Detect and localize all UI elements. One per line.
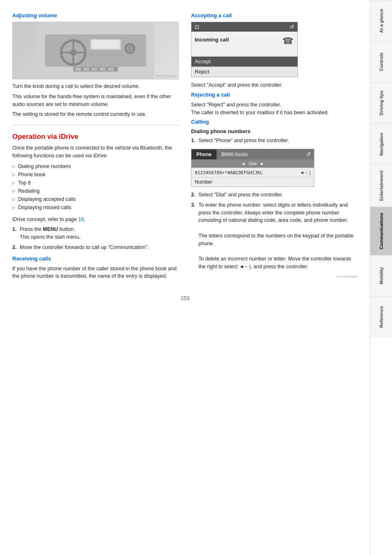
two-column-layout: Adjusting volume bbox=[12, 12, 357, 283]
screen-refresh-icon: ↺ bbox=[290, 24, 294, 30]
adjusting-para2: This volume for the hands-free system is… bbox=[12, 93, 179, 108]
svg-rect-13 bbox=[111, 54, 116, 57]
tab-bmw-assist[interactable]: BMW Assist bbox=[217, 150, 253, 159]
svg-rect-9 bbox=[92, 40, 120, 49]
step-1: 1. Press the MENU button.This opens the … bbox=[12, 226, 179, 241]
sidebar-tab-at-a-glance[interactable]: At a glance bbox=[370, 0, 392, 41]
main-content: Adjusting volume bbox=[0, 0, 370, 555]
img-caption-right: CB71E9/E9B6 bbox=[191, 275, 357, 279]
sidebar-tab-entertainment[interactable]: Entertainment bbox=[370, 164, 392, 207]
svg-rect-10 bbox=[90, 54, 95, 57]
dashboard-image: BC70W/H4A6 bbox=[12, 22, 179, 79]
bullet-item: Dialing phone numbers bbox=[12, 162, 179, 170]
svg-rect-18 bbox=[83, 67, 90, 71]
incoming-call-label: Incoming call bbox=[195, 37, 229, 43]
svg-rect-21 bbox=[108, 67, 114, 71]
accepting-call-heading: Accepting a call bbox=[191, 12, 357, 18]
adjusting-volume-heading: Adjusting volume bbox=[12, 12, 179, 18]
dial-arrow-left: ◄ bbox=[241, 161, 246, 166]
idrive-bullet-list: Dialing phone numbers Phone book Top 8 R… bbox=[12, 162, 179, 212]
receiving-calls-heading: Receiving calls bbox=[12, 256, 179, 262]
call-icon: ☎ bbox=[282, 36, 293, 46]
incoming-call-screen: ⊡ ↺ Incoming call ☎ Accept Reject bbox=[191, 22, 298, 77]
dialing-step-1: 1. Select "Phone" and press the controll… bbox=[191, 137, 357, 145]
sidebar-tab-navigation[interactable]: Navigation bbox=[370, 123, 392, 164]
dialing-steps-cont: 2. Select "Dial" and press the controlle… bbox=[191, 191, 357, 271]
bullet-item: Top 8 bbox=[12, 179, 179, 187]
idrive-note: iDrive concept, refer to page 16. bbox=[12, 216, 179, 223]
sidebar-tab-mobility[interactable]: Mobility bbox=[370, 255, 392, 296]
idrive-page-link[interactable]: 16 bbox=[78, 216, 84, 222]
rejecting-call-heading: Rejecting a call bbox=[191, 92, 357, 98]
svg-point-15 bbox=[125, 44, 135, 53]
bullet-item: Redialing bbox=[12, 187, 179, 195]
step-2: 2. Move the controller forwards to call … bbox=[12, 244, 179, 251]
dial-screen-header: Phone BMW Assist ↺ bbox=[191, 149, 314, 159]
dial-label-row: ◄ Dial ► bbox=[191, 159, 314, 168]
svg-rect-17 bbox=[75, 67, 81, 71]
screen-header: ⊡ ↺ bbox=[191, 22, 297, 32]
dial-arrow-right: ► bbox=[260, 161, 264, 166]
receiving-calls-text: If you have the phone number of the call… bbox=[12, 265, 179, 281]
sidebar-tab-controls[interactable]: Controls bbox=[370, 41, 392, 82]
number-label: Number bbox=[191, 177, 314, 187]
rejecting-text: Select "Reject" and press the controller… bbox=[191, 101, 357, 117]
sidebar-tab-driving-tips[interactable]: Driving tips bbox=[370, 82, 392, 123]
bullet-item: Displaying missed calls bbox=[12, 203, 179, 212]
dial-label: Dial bbox=[249, 161, 257, 166]
dial-screen: Phone BMW Assist ↺ ◄ Dial ► 0123456789+*… bbox=[191, 149, 314, 187]
dialing-steps: 1. Select "Phone" and press the controll… bbox=[191, 137, 357, 145]
screen-body: Incoming call ☎ bbox=[191, 32, 297, 56]
sidebar-tabs: At a glance Controls Driving tips Naviga… bbox=[370, 0, 392, 555]
dial-refresh-icon: ↺ bbox=[303, 149, 314, 159]
dialing-step-2: 2. Select "Dial" and press the controlle… bbox=[191, 191, 357, 199]
svg-rect-19 bbox=[92, 67, 98, 71]
right-column: Accepting a call ⊡ ↺ Incoming call ☎ Acc… bbox=[191, 12, 357, 283]
idrive-steps: 1. Press the MENU button.This opens the … bbox=[12, 226, 179, 251]
adjusting-para3: The setting is stored for the remote con… bbox=[12, 111, 179, 118]
bullet-item: Phone book bbox=[12, 170, 179, 179]
section-divider bbox=[12, 125, 179, 125]
idrive-intro: Once the portable phone is connected to … bbox=[12, 144, 179, 160]
backspace-icon[interactable]: ◄←| bbox=[300, 170, 311, 175]
sidebar-tab-communications[interactable]: Communications bbox=[370, 207, 392, 255]
calling-heading: Calling bbox=[191, 119, 357, 125]
accepting-text: Select "Accept" and press the controller… bbox=[191, 81, 357, 89]
screen-header-icon: ⊡ bbox=[195, 24, 199, 30]
accept-item[interactable]: Accept bbox=[191, 56, 297, 67]
page-number: 153 bbox=[12, 295, 357, 309]
svg-rect-12 bbox=[104, 54, 109, 57]
dialing-step-3: 3. To enter the phone number: select dig… bbox=[191, 201, 357, 271]
dial-number-string: 0123456789+*#ABCDEFGHIJKL bbox=[195, 170, 263, 175]
img-caption-left: BC70W/H4A6 bbox=[156, 74, 177, 78]
adjusting-para1: Turn the knob during a call to select th… bbox=[12, 83, 179, 90]
reject-item[interactable]: Reject bbox=[191, 67, 297, 77]
svg-rect-20 bbox=[99, 67, 106, 71]
svg-point-3 bbox=[70, 49, 76, 56]
dialing-heading: Dialing phone numbers bbox=[191, 128, 357, 134]
left-column: Adjusting volume bbox=[12, 12, 179, 283]
svg-rect-14 bbox=[119, 54, 124, 57]
bullet-item: Displaying accepted calls bbox=[12, 195, 179, 203]
dial-number-row: 0123456789+*#ABCDEFGHIJKL ◄←| bbox=[191, 168, 314, 177]
svg-rect-11 bbox=[97, 54, 101, 57]
sidebar-tab-reference[interactable]: Reference bbox=[370, 296, 392, 337]
tab-phone[interactable]: Phone bbox=[191, 150, 217, 159]
operation-idrive-title: Operation via iDrive bbox=[12, 133, 179, 141]
